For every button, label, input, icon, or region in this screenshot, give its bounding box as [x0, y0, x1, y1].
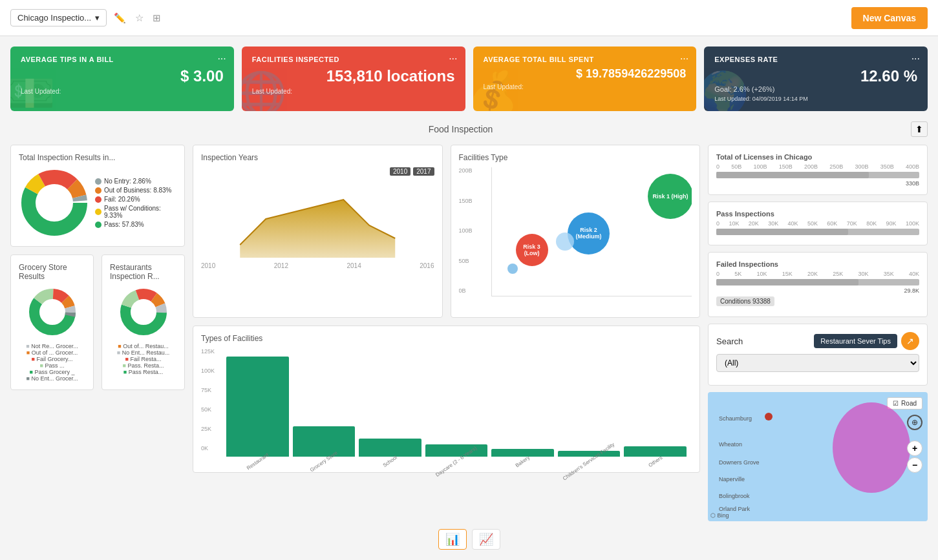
kpi-menu-icon[interactable]: ··· [217, 53, 226, 65]
end-year-badge: 2017 [413, 167, 434, 176]
grocery-title: Grocery Store Results [19, 263, 85, 281]
bar-bakery-fill [491, 449, 554, 457]
grocery-labels: ■ Not Re... Grocer... ■ Out of ... Groce… [26, 343, 78, 382]
road-button[interactable]: ☑ Road [887, 397, 922, 410]
axis-300b: 300B [855, 163, 868, 170]
map-label-orland: Orland Park [719, 506, 750, 512]
edit-icon[interactable]: ✏️ [112, 10, 128, 26]
kpi-row: ··· 💵 AVERAGE TIPS IN A BILL $ 3.00 Last… [10, 47, 928, 111]
grocery-label-3: ■ Pass ... [26, 362, 78, 369]
bar-school-fill [359, 439, 421, 457]
bottom-nav: 📊 📈 [10, 529, 928, 550]
pass-inspections-card: Pass Inspections 0 10K 20K 30K 40K 50K 6… [708, 202, 928, 245]
crosshair-icon[interactable]: ⊕ [907, 415, 922, 430]
bar-label-others: Others [647, 455, 663, 468]
dot-pass [95, 222, 101, 228]
dot-fail [95, 196, 101, 203]
types-facilities-card: Types of Facilities 125K 100K 75K 50K 25… [193, 326, 700, 473]
grocery-card: Grocery Store Results ■ Not Re... Grocer… [10, 254, 94, 390]
map-label-schaumburg: Schaumburg [719, 415, 752, 422]
topbar-icons: ✏️ ☆ ⊞ [112, 10, 163, 26]
conditions-badge: Conditions 93388 [716, 296, 774, 306]
year-badges: 2010 2017 [390, 167, 434, 176]
bar-chart-wrapper: 125K 100K 75K 50K 25K 0K Restaurant [201, 348, 692, 464]
grocery-label-0: ■ Not Re... Grocer... [26, 343, 78, 349]
zoom-in-button[interactable]: + [907, 441, 922, 456]
restaurants-label-4: ■ Pass Resta... [117, 369, 169, 375]
bubble-risk3: Risk 3 (Low) [516, 234, 548, 266]
search-tooltip: Restaurant Sever Tips [814, 334, 897, 348]
grid-icon[interactable]: ⊞ [151, 10, 163, 26]
map-zoom-controls: ⊕ + − [907, 441, 922, 473]
grocery-label-2: ■ Fail Grocery... [26, 356, 78, 362]
donut-label-4: Pass: 57.83% [95, 221, 176, 228]
zoom-out-button[interactable]: − [907, 457, 922, 473]
nav-line-chart-button[interactable]: 📈 [472, 529, 500, 550]
canvas-selector[interactable]: Chicago Inspectio... ▾ [10, 9, 107, 26]
label-no-entry: No Entry: 2.86% [104, 178, 151, 185]
search-select[interactable]: (All) [716, 354, 919, 372]
nav-bar-chart-button[interactable]: 📊 [438, 529, 467, 550]
donut-label-1: Out of Business: 8.83% [95, 187, 176, 194]
conditions-label: Conditions [720, 298, 751, 305]
kpi-expenses-goal: Goal: 2.6% (+26%) [714, 85, 917, 93]
pink-cluster [833, 402, 910, 493]
total-licenses-card: Total of Licenses in Chicago 0 50B 100B … [708, 145, 928, 195]
types-facilities-title: Types of Facilities [201, 334, 692, 343]
y-200b: 200B [459, 167, 491, 174]
total-licenses-section: Total of Licenses in Chicago 0 50B 100B … [716, 153, 919, 187]
bar-daycare: Daycare (2 - 6 Years) [425, 444, 488, 464]
fail-5k: 5K [734, 271, 741, 277]
y-0b: 0B [459, 287, 491, 294]
pass-90k: 90K [886, 220, 897, 227]
bubble-chart: 200B 150B 100B 50B 0B Risk 1 (High) Risk… [459, 167, 692, 309]
topbar: Chicago Inspectio... ▾ ✏️ ☆ ⊞ New Canvas [0, 0, 938, 36]
fail-30k: 30K [858, 271, 868, 277]
search-button[interactable]: ↗ [901, 332, 919, 350]
search-label: Search [716, 337, 743, 346]
map-label-downers: Downers Grove [719, 459, 760, 466]
pass-30k: 30K [768, 220, 778, 227]
area-chart-container: 2010 2017 [201, 167, 434, 271]
kpi-expenses-menu[interactable]: ··· [911, 53, 920, 65]
bars-container: Restaurant Grocery Store School [221, 348, 692, 464]
y-125k: 125K [201, 348, 215, 355]
y-0k: 0K [201, 445, 215, 451]
axis-350b: 350B [880, 163, 894, 170]
failed-axis: 0 5K 10K 15K 20K 25K 30K 35K 40K [716, 271, 919, 277]
kpi-facilities-updated: Last Updated: [252, 88, 455, 95]
dot-out-business [95, 187, 101, 194]
area-chart-svg [201, 167, 434, 258]
new-canvas-button[interactable]: New Canvas [851, 7, 928, 29]
road-label: Road [901, 400, 917, 407]
y-25k: 25K [201, 426, 215, 432]
kpi-facilities-menu[interactable]: ··· [449, 53, 457, 65]
bing-label: ⬡ [710, 512, 716, 519]
share-icon[interactable]: ⬆ [911, 121, 928, 137]
inspection-years-card: Inspection Years 2010 2017 [193, 145, 443, 318]
inspection-years-title: Inspection Years [201, 153, 434, 162]
y-50b: 50B [459, 258, 491, 264]
kpi-expenses-title: EXPENSES RATE [714, 56, 917, 63]
grocery-donut-area: ■ Not Re... Grocer... ■ Out of ... Groce… [19, 286, 85, 382]
axis-100b: 100B [753, 163, 767, 170]
restaurants-labels: ■ Out of... Restau... ■ No Ent... Restau… [117, 343, 169, 375]
road-checkbox-icon: ☑ [893, 400, 899, 407]
restaurants-title: Restaurants Inspection R... [110, 263, 176, 281]
bar-label-school: School [382, 455, 398, 468]
pass-40k: 40K [788, 220, 798, 227]
section-title-label: Food Inspection [429, 124, 493, 134]
fail-35k: 35K [884, 271, 894, 277]
label-out-business: Out of Business: 8.83% [104, 187, 172, 194]
year-2012: 2012 [274, 262, 288, 269]
dashboard-grid: Total Inspection Results in... No Entr [10, 145, 928, 521]
fail-25k: 25K [833, 271, 843, 277]
restaurants-card: Restaurants Inspection R... ■ Out of... … [101, 254, 185, 390]
kpi-avg-bill-updated: Last Updated: [484, 83, 687, 90]
kpi-avg-bill-menu[interactable]: ··· [680, 53, 688, 65]
axis-400b: 400B [906, 163, 919, 170]
pass-0: 0 [716, 220, 719, 227]
licenses-value: 330B [716, 180, 919, 187]
canvas-name: Chicago Inspectio... [17, 13, 91, 23]
star-icon[interactable]: ☆ [133, 10, 145, 26]
